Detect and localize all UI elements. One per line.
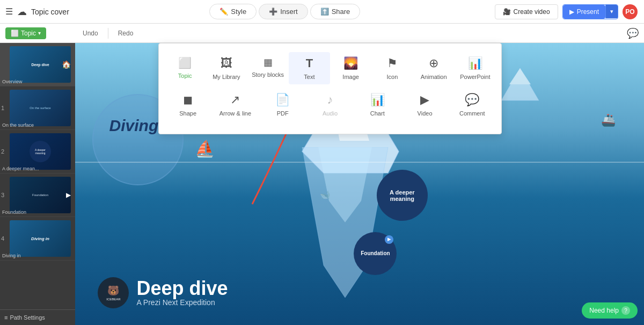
home-icon: 🏠 xyxy=(62,60,71,69)
deep-dive-branding: 🐻 ICEBEAR Deep dive A Prezi Next Expedit… xyxy=(98,277,228,308)
comment-insert-icon: 💬 xyxy=(465,93,479,107)
slide-number-4: 4 xyxy=(0,235,4,242)
present-dropdown[interactable]: ▾ xyxy=(605,5,618,18)
whale-icon: 🐋 xyxy=(320,190,331,200)
animation-icon: ⊕ xyxy=(429,56,438,70)
insert-item-shape[interactable]: ◼ Shape xyxy=(164,89,211,121)
library-icon: 🖼 xyxy=(221,56,232,70)
topbar-tabs: ✏️ Style ➕ Insert ⬆️ Share xyxy=(75,4,495,19)
insert-item-arrow-line[interactable]: ↗ Arrow & line xyxy=(211,89,259,121)
foundation-play-icon[interactable]: ▶ xyxy=(385,235,393,244)
slide-label-3: Foundation xyxy=(2,210,26,215)
chart-icon: 📊 xyxy=(370,93,385,107)
insert-item-chart[interactable]: 📊 Chart xyxy=(354,89,401,121)
insert-item-my-library[interactable]: 🖼 My Library xyxy=(206,52,247,84)
deep-dive-text: Deep dive A Prezi Next Expedition xyxy=(136,279,228,307)
insert-row-2: ◼ Shape ↗ Arrow & line 📄 PDF ♪ Audio 📊 C… xyxy=(164,89,496,121)
topbar: ☰ ☁ Topic cover ✏️ Style ➕ Insert ⬆️ Sha… xyxy=(0,0,644,24)
insert-item-pdf[interactable]: 📄 PDF xyxy=(259,89,306,121)
insert-item-topic[interactable]: ⬜ Topic xyxy=(164,52,206,83)
text-icon: T xyxy=(306,56,313,70)
sidebar-slide-1[interactable]: 1 On the surface On the surface xyxy=(0,86,75,130)
slide-label-1: On the surface xyxy=(2,122,34,128)
help-icon: ? xyxy=(621,306,630,315)
sidebar-slide-3[interactable]: 3 Foundation ▶ Foundation xyxy=(0,174,75,217)
flag-icon: ⚑ xyxy=(387,56,398,70)
tab-insert[interactable]: ➕ Insert xyxy=(259,4,308,19)
slide-thumbnail-4: Diving in xyxy=(10,220,71,257)
path-icon: ≡ xyxy=(4,314,8,321)
secondbar-left: ⬜ Topic ▾ xyxy=(0,27,75,39)
sailboat-icon: ⛵ xyxy=(195,139,215,158)
app-title: Topic cover xyxy=(31,8,69,16)
topic-dropdown-icon: ▾ xyxy=(38,30,41,36)
slide-label-overview: Overview xyxy=(2,79,23,84)
insert-item-image[interactable]: 🌄 Image xyxy=(330,52,371,84)
sidebar-slide-overview[interactable]: Deep dive 🏠 Overview xyxy=(0,43,75,86)
undo-button[interactable]: Undo xyxy=(75,27,106,39)
insert-item-icon[interactable]: ⚑ Icon xyxy=(371,52,413,84)
slide-label-4: Diving in xyxy=(2,253,21,258)
present-button[interactable]: ▶ Present xyxy=(563,5,605,19)
redo-button[interactable]: Redo xyxy=(111,27,141,39)
user-avatar[interactable]: PO xyxy=(623,4,638,19)
slide-play-icon-3[interactable]: ▶ xyxy=(66,191,71,199)
video-record-icon: 🎥 xyxy=(503,8,511,16)
shape-icon: ◼ xyxy=(183,93,193,107)
circle-deeper-meaning[interactable]: A deeper meaning xyxy=(377,170,428,221)
water-surface-line xyxy=(75,162,644,163)
pdf-icon: 📄 xyxy=(275,93,290,107)
insert-item-video[interactable]: ▶ Video xyxy=(401,89,448,121)
sidebar-slide-4[interactable]: 4 Diving in Diving in xyxy=(0,217,75,261)
slide-number-3: 3 xyxy=(0,192,4,198)
topic-insert-icon: ⬜ xyxy=(178,56,192,69)
slide-label-2: A deeper mean... xyxy=(2,166,39,171)
create-video-button[interactable]: 🎥 Create video xyxy=(495,4,558,19)
insert-icon: ➕ xyxy=(269,8,277,16)
cloud-icon[interactable]: ☁ xyxy=(17,6,27,18)
topbar-right: 🎥 Create video ▶ Present ▾ PO xyxy=(495,4,644,19)
circle-foundation[interactable]: Foundation ▶ xyxy=(354,232,397,275)
comment-icon[interactable]: 💬 xyxy=(627,27,639,39)
insert-row-1: ⬜ Topic 🖼 My Library ▦ Story blocks T Te… xyxy=(164,52,496,84)
tab-share[interactable]: ⬆️ Share xyxy=(310,4,361,19)
insert-item-animation[interactable]: ⊕ Animation xyxy=(413,52,455,84)
secondbar-right: 💬 xyxy=(612,27,644,39)
insert-panel: ⬜ Topic 🖼 My Library ▦ Story blocks T Te… xyxy=(158,43,502,134)
hamburger-icon[interactable]: ☰ xyxy=(5,6,13,17)
cargo-ship-icon: 🚢 xyxy=(601,113,616,127)
sidebar-slide-2[interactable]: 2 A deeper meaning A deeper mean... xyxy=(0,130,75,174)
insert-item-audio[interactable]: ♪ Audio xyxy=(306,89,354,121)
image-icon: 🌄 xyxy=(343,56,358,70)
icebear-logo: 🐻 ICEBEAR xyxy=(98,277,129,308)
powerpoint-icon: 📊 xyxy=(468,56,482,70)
secondbar: ⬜ Topic ▾ Undo Redo 💬 xyxy=(0,24,644,43)
insert-item-comment[interactable]: 💬 Comment xyxy=(449,89,496,121)
audio-icon: ♪ xyxy=(327,93,333,107)
insert-item-story-blocks[interactable]: ▦ Story blocks xyxy=(247,52,289,82)
topic-icon: ⬜ xyxy=(11,30,19,37)
style-icon: ✏️ xyxy=(219,8,228,16)
slide-thumbnail-1: On the surface xyxy=(10,90,71,126)
story-blocks-icon: ▦ xyxy=(264,56,273,68)
sidebar: Deep dive 🏠 Overview 1 On the surface On… xyxy=(0,43,75,325)
insert-item-powerpoint[interactable]: 📊 PowerPoint xyxy=(455,52,496,84)
path-settings-button[interactable]: ≡ Path Settings xyxy=(0,309,75,325)
slide-thumbnail-3: Foundation xyxy=(10,177,71,213)
topic-button[interactable]: ⬜ Topic ▾ xyxy=(5,27,46,39)
arrow-icon: ↗ xyxy=(230,93,240,107)
video-icon: ▶ xyxy=(420,93,429,107)
topbar-left: ☰ ☁ Topic cover xyxy=(0,6,75,18)
need-help-button[interactable]: Need help ? xyxy=(582,302,638,319)
slide-thumbnail-2: A deeper meaning xyxy=(10,133,71,170)
svg-marker-3 xyxy=(509,68,531,84)
play-icon: ▶ xyxy=(569,8,574,16)
share-icon: ⬆️ xyxy=(320,8,329,16)
small-iceberg-2 xyxy=(499,66,541,103)
slide-number-1: 1 xyxy=(0,105,4,111)
insert-item-text[interactable]: T Text xyxy=(289,52,330,84)
main-iceberg-below xyxy=(297,147,393,298)
tab-style[interactable]: ✏️ Style xyxy=(209,4,257,19)
slide-number-2: 2 xyxy=(0,148,4,155)
secondbar-center: Undo Redo xyxy=(75,27,612,39)
